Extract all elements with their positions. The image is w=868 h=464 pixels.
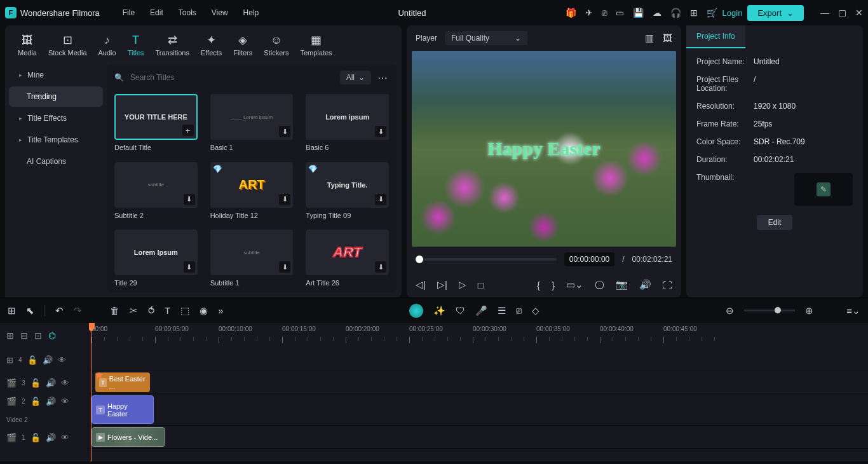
visibility-icon[interactable]: 👁 — [61, 397, 69, 406]
title-thumb[interactable]: ____ Lorem ipsum⬇ — [210, 94, 294, 140]
title-thumb[interactable]: ART⬇ — [306, 229, 389, 275]
visibility-icon[interactable]: 👁 — [61, 433, 69, 442]
track-3[interactable]: T Best Easter ... — [89, 371, 868, 394]
sidebar-item-title-effects[interactable]: ▸Title Effects — [9, 108, 103, 128]
title-thumb[interactable]: subtitle⬇ — [114, 162, 198, 208]
lock-icon[interactable]: 🔓 — [31, 433, 41, 442]
title-card-basic-1[interactable]: ____ Lorem ipsum⬇Basic 1 — [210, 94, 294, 153]
redo-icon[interactable]: ↷ — [74, 305, 82, 317]
title-card-subtitle-2[interactable]: subtitle⬇Subtitle 2 — [114, 162, 198, 221]
mute-icon[interactable]: 🔊 — [46, 433, 56, 442]
display-icon[interactable]: 🖵 — [595, 280, 604, 290]
tab-audio[interactable]: ♪Audio — [98, 34, 116, 57]
thumbnail-picker[interactable]: ✎ — [794, 173, 853, 206]
download-icon[interactable]: ⬇ — [279, 194, 290, 205]
delete-icon[interactable]: 🗑 — [110, 305, 119, 316]
minimize-icon[interactable]: — — [820, 8, 829, 18]
sidebar-item-trending[interactable]: Trending — [9, 86, 103, 107]
text-tool-icon[interactable]: T — [165, 305, 170, 316]
scrub-knob[interactable] — [416, 256, 423, 263]
download-icon[interactable]: ⬇ — [375, 261, 386, 273]
headphones-icon[interactable]: 🎧 — [670, 8, 681, 18]
stop-icon[interactable]: □ — [478, 280, 484, 290]
color-icon[interactable]: ◉ — [200, 305, 208, 317]
ai-assist-icon[interactable] — [409, 304, 423, 318]
lock-icon[interactable]: 🔓 — [31, 378, 41, 388]
quality-dropdown[interactable]: Full Quality ⌄ — [445, 31, 527, 45]
download-icon[interactable]: ⬇ — [279, 126, 290, 137]
track-2[interactable]: T Happy Easter — [89, 394, 868, 426]
project-info-tab[interactable]: Project Info — [686, 25, 745, 48]
tab-templates[interactable]: ▦Templates — [300, 34, 332, 57]
screen-icon[interactable]: ▭ — [616, 8, 624, 18]
undo-icon[interactable]: ↶ — [55, 305, 64, 317]
title-card-title-29[interactable]: Lorem Ipsum⬇Title 29 — [114, 229, 198, 289]
mute-icon[interactable]: 🔊 — [46, 378, 56, 388]
clip-best-easter[interactable]: T Best Easter ... — [95, 372, 150, 392]
title-card-default-title[interactable]: YOUR TITLE HERE+Default Title — [114, 94, 198, 153]
filter-dropdown[interactable]: All ⌄ — [340, 71, 371, 85]
select-tool-icon[interactable]: ⬉ — [26, 305, 34, 317]
step-forward-icon[interactable]: ▷| — [437, 279, 447, 290]
send-icon[interactable]: ✈ — [585, 8, 593, 18]
title-card-holiday-title-12[interactable]: ART💎⬇Holiday Title 12 — [210, 162, 294, 221]
group-icon[interactable]: ⊡ — [34, 331, 42, 341]
timeline-body[interactable]: 00:0000:00:05:0000:00:10:0000:00:15:0000… — [89, 323, 868, 461]
prev-icon[interactable]: ◁| — [416, 279, 426, 290]
title-thumb[interactable]: subtitle⬇ — [210, 229, 294, 275]
caption-icon[interactable]: ⎚ — [516, 305, 522, 316]
tab-stock[interactable]: ⊡Stock Media — [48, 34, 87, 57]
visibility-icon[interactable]: 👁 — [61, 378, 69, 388]
search-input[interactable] — [130, 73, 334, 82]
tab-media[interactable]: 🖽Media — [18, 34, 37, 57]
tab-effects[interactable]: ✦Effects — [201, 34, 222, 57]
download-icon[interactable]: ⬇ — [184, 194, 195, 205]
title-thumb[interactable]: YOUR TITLE HERE+ — [114, 94, 198, 140]
title-thumb[interactable]: ART💎⬇ — [210, 162, 294, 208]
mic-icon[interactable]: 🎤 — [475, 305, 487, 317]
mark-out-icon[interactable]: } — [552, 280, 555, 290]
zoom-out-icon[interactable]: ⊖ — [726, 305, 734, 317]
more-icon[interactable]: ⋯ — [377, 72, 389, 84]
zoom-in-icon[interactable]: ⊕ — [805, 305, 813, 317]
mark-in-icon[interactable]: { — [537, 280, 540, 290]
more-tools-icon[interactable]: » — [218, 305, 223, 316]
preview-viewport[interactable]: Happy Easter — [412, 51, 676, 247]
tab-titles[interactable]: TTitles — [128, 34, 144, 57]
preview-tab[interactable]: Player — [416, 34, 437, 43]
cloud-icon[interactable]: ☁ — [653, 8, 661, 18]
sidebar-item-ai-captions[interactable]: AI Captions — [9, 151, 103, 172]
menu-edit[interactable]: Edit — [150, 8, 163, 17]
volume-icon[interactable]: 🔊 — [639, 279, 651, 290]
timeline-options-icon[interactable]: ≡⌄ — [846, 305, 860, 317]
visibility-icon[interactable]: 👁 — [58, 355, 66, 365]
mute-icon[interactable]: 🔊 — [43, 355, 53, 365]
title-card-art-title-26[interactable]: ART⬇Art Title 26 — [306, 229, 389, 289]
title-thumb[interactable]: Lorem Ipsum⬇ — [114, 229, 198, 275]
compare-icon[interactable]: ▥ — [645, 32, 654, 44]
timeline-ruler[interactable]: 00:0000:00:05:0000:00:10:0000:00:15:0000… — [89, 323, 868, 348]
title-card-typing-title-09[interactable]: Typing Title.💎⬇Typing Title 09 — [306, 162, 389, 221]
title-card-basic-6[interactable]: Lorem ipsum⬇Basic 6 — [306, 94, 389, 153]
clip-happy-easter[interactable]: T Happy Easter — [92, 395, 154, 424]
layout-icon[interactable]: ⊞ — [8, 305, 16, 317]
picture-icon[interactable]: 🖼 — [663, 32, 672, 44]
save-icon[interactable]: 💾 — [633, 8, 644, 18]
fullscreen-icon[interactable]: ⛶ — [663, 280, 672, 290]
crop-icon[interactable]: ⬚ — [180, 305, 189, 317]
mute-icon[interactable]: 🔊 — [46, 397, 56, 406]
play-icon[interactable]: ▷ — [459, 279, 466, 290]
title-thumb[interactable]: Typing Title.💎⬇ — [306, 162, 389, 208]
menu-view[interactable]: View — [212, 8, 228, 17]
export-button[interactable]: Export ⌄ — [747, 5, 804, 21]
menu-file[interactable]: File — [123, 8, 135, 17]
maximize-icon[interactable]: ▢ — [838, 8, 846, 18]
tab-transitions[interactable]: ⇄Transitions — [156, 34, 189, 57]
tab-filters[interactable]: ◈Filters — [233, 34, 252, 57]
shield-icon[interactable]: 🛡 — [456, 305, 465, 316]
close-icon[interactable]: ✕ — [855, 8, 863, 18]
scrub-track[interactable] — [416, 258, 557, 261]
download-icon[interactable]: ⬇ — [184, 261, 195, 273]
track-4[interactable] — [89, 348, 868, 371]
gift-icon[interactable]: 🎁 — [566, 8, 576, 18]
